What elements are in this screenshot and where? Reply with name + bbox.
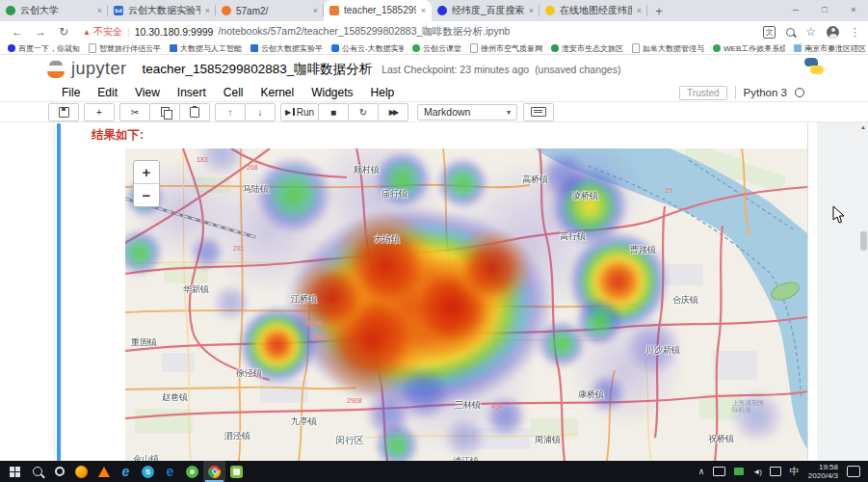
tab-close-icon[interactable]: × [421, 6, 426, 15]
town-label: 祝桥镇 [708, 433, 734, 445]
taskbar-icon-360-browser[interactable] [181, 461, 203, 482]
tray-expand-icon[interactable]: ∧ [698, 467, 705, 476]
profile-avatar[interactable] [827, 26, 839, 39]
new-tab-button[interactable]: + [647, 2, 671, 21]
run-cell-button[interactable]: ▶ Run [280, 103, 319, 121]
menu-item-widgets[interactable]: Widgets [311, 86, 353, 99]
copy-cell-button[interactable] [149, 103, 180, 121]
interrupt-kernel-button[interactable]: ■ [318, 103, 349, 121]
bd-favicon [250, 44, 258, 52]
security-warning[interactable]: ▲ 不安全 [83, 25, 122, 39]
heat-blob [190, 235, 224, 270]
run-icon-bar [293, 108, 295, 116]
menu-item-edit[interactable]: Edit [97, 86, 118, 99]
taskbar-icon-internet-explorer[interactable]: e [115, 461, 137, 482]
translate-icon[interactable]: 文 [763, 26, 776, 39]
taskbar-icon-edge[interactable]: e [159, 461, 181, 482]
scroll-up-arrow[interactable]: ▲ [860, 124, 866, 130]
ime-indicator[interactable]: 中 [790, 465, 800, 478]
taskbar-icon-start[interactable] [4, 461, 26, 482]
copy-icon [161, 107, 170, 117]
heatmap-output[interactable]: 183268762812868285A290845429 马陆镇顾村镇庙行镇大场… [125, 148, 807, 461]
scrollbar-track[interactable]: ▲ [817, 122, 868, 461]
town-label: 九亭镇 [291, 415, 317, 428]
taskbar-icon-notepadpp[interactable] [225, 461, 248, 482]
taskbar-icon-cortana[interactable] [48, 461, 70, 482]
reload-icon[interactable]: ↻ [54, 25, 73, 39]
district-label: 闵行区 [335, 434, 364, 447]
browser-menu-icon[interactable]: ⋮ [850, 26, 860, 39]
zoom-in-button[interactable]: + [134, 161, 159, 184]
tray-app-icon[interactable] [734, 468, 744, 475]
browser-tab[interactable]: bd云创大数据实验平台× [108, 0, 216, 21]
tab-close-icon[interactable]: × [637, 6, 642, 15]
touch-keyboard-icon[interactable] [713, 467, 725, 476]
browser-tab[interactable]: 57am2/× [216, 0, 324, 21]
bookmark-item[interactable]: 云创云课堂 [412, 43, 461, 54]
taskbar-icon-vlc[interactable] [92, 461, 115, 482]
bookmark-item[interactable]: 淮安市生态文旅区网 [551, 43, 623, 54]
move-cell-up-button[interactable]: ↑ [215, 103, 246, 121]
town-label: 佘山镇 [133, 453, 159, 461]
browser-tab[interactable]: 云创大学× [0, 0, 108, 21]
blue-favicon [331, 44, 339, 52]
bookmark-item[interactable]: 智慧旅行伴侣云平台 [89, 43, 161, 54]
tab-close-icon[interactable]: × [529, 6, 534, 15]
jupyter-logo-icon[interactable] [44, 59, 67, 80]
add-cell-button[interactable]: + [84, 103, 115, 121]
tab-close-icon[interactable]: × [205, 6, 210, 15]
bookmark-item[interactable]: 公有云-大数据实验平 [331, 43, 404, 54]
menu-item-file[interactable]: File [62, 86, 80, 99]
forward-icon[interactable]: → [31, 25, 50, 39]
tab-close-icon[interactable]: × [97, 6, 102, 15]
taskbar-icon-firefox[interactable] [70, 461, 92, 482]
browser-tab[interactable]: 经纬度_百度搜索× [432, 0, 539, 21]
menu-item-cell[interactable]: Cell [224, 86, 244, 99]
restart-kernel-button[interactable]: ↻ [348, 103, 379, 121]
volume-icon[interactable]: ◄) [752, 468, 761, 476]
url-field[interactable]: ▲ 不安全 | 10.30.180.9:9999 /notebooks/57am… [83, 25, 751, 39]
menu-item-help[interactable]: Help [371, 86, 395, 99]
bookmark-item[interactable]: 南京市秦淮区辖区地 [794, 43, 866, 54]
move-cell-down-button[interactable]: ↓ [245, 103, 276, 121]
clock[interactable]: 19:58 2020/4/3 [808, 463, 838, 480]
bookmark-star-icon[interactable]: ☆ [805, 25, 816, 39]
menu-item-kernel[interactable]: Kernel [261, 86, 295, 99]
bookmark-item[interactable]: 云创大数据实验平台 [250, 43, 323, 54]
bookmark-item[interactable]: WEB工作效果系统 [713, 43, 785, 54]
save-button[interactable] [48, 103, 79, 121]
bookmark-item[interactable]: 徐州市空气质量网站 [470, 43, 542, 54]
maximize-button[interactable]: □ [810, 0, 839, 21]
tab-title: 云创大学 [20, 4, 92, 17]
browser-tab[interactable]: 在线地图经度纬度查询 — 经纬…× [539, 0, 647, 21]
tab-close-icon[interactable]: × [313, 6, 318, 15]
address-bar: ← → ↻ ▲ 不安全 | 10.30.180.9:9999 /notebook… [0, 21, 868, 42]
notification-center-icon[interactable] [847, 466, 860, 477]
trusted-badge[interactable]: Trusted [679, 86, 727, 100]
scrollbar-thumb[interactable] [860, 231, 867, 251]
zoom-lens-icon[interactable] [786, 28, 795, 37]
close-button[interactable]: × [839, 0, 868, 21]
network-icon[interactable] [770, 467, 781, 476]
bookmark-item[interactable]: 百度一下，你就知道 [8, 43, 80, 54]
bookmark-item[interactable]: 大数据与人工智能实 [170, 43, 242, 54]
cut-cell-button[interactable]: ✂ [119, 103, 150, 121]
paste-cell-button[interactable] [179, 103, 210, 121]
notebook-title[interactable]: teacher_1585299802883_咖啡数据分析 [143, 61, 373, 78]
zoom-out-button[interactable]: − [134, 184, 159, 206]
taskbar-icon-skype[interactable]: S [137, 461, 159, 482]
menu-item-insert[interactable]: Insert [177, 86, 206, 99]
restart-run-all-button[interactable]: ▶▶ [378, 103, 408, 121]
taskbar-icon-search[interactable] [26, 461, 48, 482]
road-number-label: 2868 [306, 320, 322, 327]
bookmark-item[interactable]: 如皋大数据管理与服 [632, 43, 704, 54]
back-icon[interactable]: ← [8, 25, 27, 39]
command-palette-button[interactable] [523, 103, 554, 121]
minimize-button[interactable]: ─ [781, 0, 810, 21]
menu-item-view[interactable]: View [135, 86, 160, 99]
taskbar-icon-chrome[interactable] [203, 461, 225, 482]
cell-type-select[interactable]: Markdown ▾ [417, 104, 517, 120]
browser-tab[interactable]: teacher_1585299802883_咖啡…× [324, 0, 432, 21]
bookmark-label: 徐州市空气质量网站 [481, 43, 542, 54]
jupyter-logo-text[interactable]: jupyter [71, 59, 127, 79]
